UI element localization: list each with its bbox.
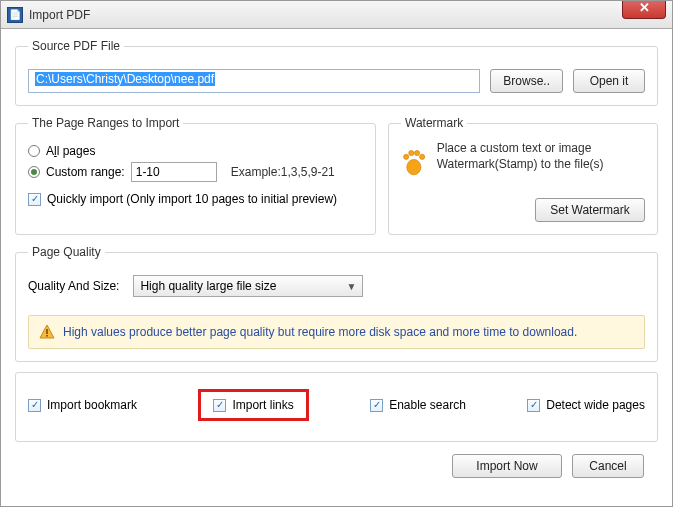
import-options-group: ✓ Import bookmark ✓ Import links ✓ Enabl… [15,372,658,442]
all-pages-radio[interactable]: All pages [28,144,363,158]
page-ranges-group: The Page Ranges to Import All pages Cust… [15,116,376,235]
custom-range-label: Custom range: [46,165,125,179]
svg-point-1 [404,154,409,159]
close-icon: ✕ [639,0,650,15]
titlebar: 📄 Import PDF ✕ [1,1,672,29]
import-links-label: Import links [232,398,293,412]
page-quality-group: Page Quality Quality And Size: High qual… [15,245,658,362]
svg-point-4 [420,154,425,159]
warning-icon [39,324,55,340]
radio-icon [28,145,40,157]
source-path-input[interactable]: C:\Users\Christy\Desktop\nee.pdf [28,69,480,93]
import-bookmark-checkbox[interactable]: ✓ Import bookmark [28,389,137,421]
enable-search-checkbox[interactable]: ✓ Enable search [370,389,466,421]
enable-search-label: Enable search [389,398,466,412]
dialog-footer: Import Now Cancel [15,450,658,478]
quality-note: High values produce better page quality … [28,315,645,349]
quality-label: Quality And Size: [28,279,119,293]
checkbox-icon: ✓ [28,399,41,412]
svg-point-2 [409,150,414,155]
close-button[interactable]: ✕ [622,0,666,19]
import-bookmark-label: Import bookmark [47,398,137,412]
import-now-button[interactable]: Import Now [452,454,562,478]
quick-import-label: Quickly import (Only import 10 pages to … [47,192,337,206]
quality-selected: High quality large file size [140,279,276,293]
custom-range-radio[interactable]: Custom range: Example:1,3,5,9-21 [28,162,363,182]
detect-wide-pages-checkbox[interactable]: ✓ Detect wide pages [527,389,645,421]
all-pages-label: All pages [46,144,95,158]
checkbox-icon: ✓ [527,399,540,412]
range-example: Example:1,3,5,9-21 [231,165,335,179]
svg-rect-7 [46,335,48,337]
footprint-icon [401,140,427,184]
chevron-down-icon: ▼ [346,281,356,292]
svg-point-0 [407,159,421,174]
set-watermark-button[interactable]: Set Watermark [535,198,645,222]
browse-button[interactable]: Browse.. [490,69,563,93]
open-button[interactable]: Open it [573,69,645,93]
page-quality-legend: Page Quality [28,245,105,259]
radio-icon [28,166,40,178]
watermark-group: Watermark Place a custom text or image W… [388,116,658,235]
source-group: Source PDF File C:\Users\Christy\Desktop… [15,39,658,106]
quality-select[interactable]: High quality large file size ▼ [133,275,363,297]
svg-rect-6 [46,329,48,334]
detect-wide-pages-label: Detect wide pages [546,398,645,412]
checkbox-icon: ✓ [28,193,41,206]
import-links-checkbox[interactable]: ✓ Import links [213,398,293,412]
checkbox-icon: ✓ [213,399,226,412]
source-path-value: C:\Users\Christy\Desktop\nee.pdf [35,72,215,86]
window-title: Import PDF [29,8,90,22]
quality-note-text: High values produce better page quality … [63,325,577,339]
svg-point-3 [414,150,419,155]
cancel-button[interactable]: Cancel [572,454,644,478]
page-ranges-legend: The Page Ranges to Import [28,116,183,130]
highlight-annotation: ✓ Import links [198,389,308,421]
watermark-description: Place a custom text or image Watermark(S… [437,140,645,172]
quick-import-checkbox[interactable]: ✓ Quickly import (Only import 10 pages t… [28,192,363,206]
app-icon: 📄 [7,7,23,23]
source-legend: Source PDF File [28,39,124,53]
watermark-legend: Watermark [401,116,467,130]
checkbox-icon: ✓ [370,399,383,412]
custom-range-input[interactable] [131,162,217,182]
